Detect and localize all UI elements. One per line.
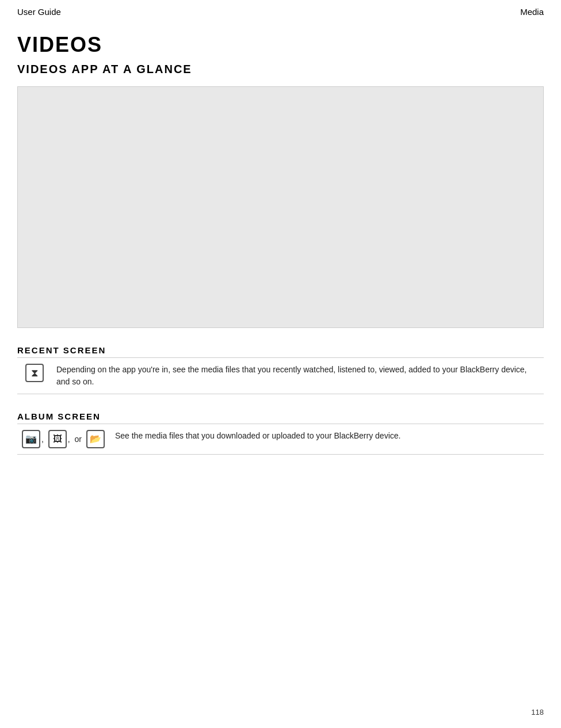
header-right-label: Media	[520, 7, 544, 17]
section-subtitle: VIDEOS APP AT A GLANCE	[17, 63, 544, 76]
album-icons-cell: 📷, 🖼, or 📂	[17, 424, 110, 455]
recent-screen-section: RECENT SCREEN ⧗ Depending on the app you…	[17, 345, 544, 394]
album-screen-table: 📷, 🖼, or 📂 See the media files that you …	[17, 424, 544, 455]
comma-separator-1: ,	[41, 434, 44, 444]
screenshot-placeholder	[17, 86, 544, 328]
recent-screen-title: RECENT SCREEN	[17, 345, 544, 355]
or-text: or	[75, 434, 82, 444]
album-screen-description: See the media files that you downloaded …	[110, 424, 544, 455]
album-icon-1: 📷	[22, 430, 40, 448]
table-row: ⧗ Depending on the app you're in, see th…	[17, 358, 544, 394]
album-icon-2: 🖼	[48, 430, 67, 448]
comma-separator-2: ,	[68, 434, 70, 444]
clock-icon: ⧗	[25, 364, 44, 382]
recent-screen-description: Depending on the app you're in, see the …	[52, 358, 544, 394]
recent-screen-table: ⧗ Depending on the app you're in, see th…	[17, 357, 544, 394]
header-left-label: User Guide	[17, 7, 61, 17]
page-number: 118	[531, 708, 544, 716]
table-row: 📷, 🖼, or 📂 See the media files that you …	[17, 424, 544, 455]
album-icon-3: 📂	[86, 430, 105, 448]
album-screen-title: ALBUM SCREEN	[17, 411, 544, 421]
recent-screen-icon-cell: ⧗	[17, 358, 52, 394]
section-title: VIDEOS	[17, 33, 544, 57]
album-screen-section: ALBUM SCREEN 📷, 🖼, or 📂 See the media fi…	[17, 411, 544, 455]
